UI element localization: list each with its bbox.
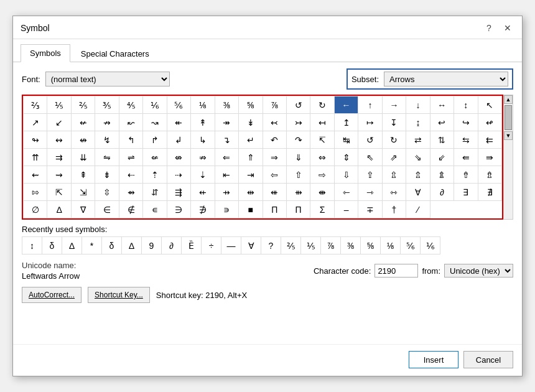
symbol-cell[interactable]: ∓	[358, 201, 382, 218]
symbol-cell[interactable]: ⇒	[263, 149, 287, 166]
tab-symbols[interactable]: Symbols	[21, 44, 70, 62]
symbol-cell[interactable]: ∃	[454, 184, 478, 201]
recent-cell[interactable]: ↕	[22, 237, 42, 254]
recent-cell[interactable]: ∀	[241, 237, 261, 254]
symbol-cell[interactable]: ∕	[406, 201, 430, 218]
symbol-cell[interactable]: ↲	[167, 131, 191, 149]
symbol-cell[interactable]: ⇠	[119, 166, 143, 184]
symbol-cell[interactable]: ↚	[72, 114, 95, 131]
symbol-cell[interactable]: ⇺	[263, 184, 287, 201]
symbol-cell[interactable]: ↜	[119, 114, 143, 131]
recent-cell[interactable]: δ	[102, 237, 122, 254]
symbol-cell[interactable]: Π	[287, 201, 310, 218]
symbol-cell[interactable]: ⅗	[95, 96, 119, 114]
recent-cell[interactable]: ⅛	[381, 237, 401, 254]
symbol-cell[interactable]: ↻	[383, 131, 406, 149]
symbol-cell[interactable]: ∌	[191, 201, 215, 218]
symbol-cell[interactable]: ⇵	[143, 184, 167, 201]
symbol-cell[interactable]: ⅛	[191, 96, 215, 114]
symbol-cell[interactable]: ↰	[119, 131, 143, 149]
tab-special-characters[interactable]: Special Characters	[72, 44, 159, 62]
symbol-cell[interactable]: ⇇	[478, 131, 502, 149]
symbol-cell[interactable]: ⇏	[191, 149, 215, 166]
symbol-cell[interactable]: ⇬	[406, 166, 430, 184]
symbol-cell[interactable]: ⇗	[383, 149, 406, 166]
symbol-cell[interactable]: ↟	[191, 114, 215, 131]
symbol-cell[interactable]: ↬	[24, 131, 47, 149]
symbol-cell[interactable]: ⇮	[454, 166, 478, 184]
shortcut-key-button[interactable]: Shortcut Key...	[88, 287, 150, 303]
symbol-cell[interactable]: ⇟	[95, 166, 119, 184]
symbol-cell[interactable]: –	[335, 201, 358, 218]
symbol-cell[interactable]: ↓	[406, 96, 430, 114]
recent-cell[interactable]: ∆	[122, 237, 142, 254]
symbol-cell[interactable]: ⇴	[119, 184, 143, 201]
symbol-cell[interactable]: ⇫	[383, 166, 406, 184]
symbol-cell[interactable]: ⇣	[191, 166, 215, 184]
symbol-cell[interactable]: ↑	[358, 96, 382, 114]
help-button[interactable]: ?	[482, 21, 496, 35]
symbol-cell[interactable]: ⇅	[430, 131, 454, 149]
symbol-cell[interactable]: ↱	[143, 131, 167, 149]
symbol-cell[interactable]: ↩	[430, 114, 454, 131]
symbol-cell[interactable]: ↞	[167, 114, 191, 131]
symbol-cell[interactable]: ↡	[239, 114, 263, 131]
symbol-cell[interactable]: ⅜	[215, 96, 239, 114]
recent-cell[interactable]: 9	[142, 237, 162, 254]
subset-select[interactable]: Arrows	[384, 72, 508, 86]
recent-cell[interactable]: ⅝	[361, 237, 381, 254]
recent-cell[interactable]: ⅙	[421, 237, 440, 254]
symbol-cell[interactable]: ↗	[24, 114, 47, 131]
symbol-cell[interactable]: ↙	[47, 114, 71, 131]
symbol-cell[interactable]: ⅘	[119, 96, 143, 114]
symbol-cell[interactable]: ⇻	[287, 184, 310, 201]
symbol-cell[interactable]: ⇆	[454, 131, 478, 149]
symbol-cell[interactable]: ⇍	[143, 149, 167, 166]
recent-cell[interactable]: ∆	[62, 237, 82, 254]
symbol-cell[interactable]: ⇎	[167, 149, 191, 166]
recent-cell[interactable]: ⅜	[341, 237, 361, 254]
symbol-cell[interactable]: ⇪	[358, 166, 382, 184]
symbol-cell[interactable]: ⇝	[47, 166, 71, 184]
symbol-cell[interactable]: ↺	[287, 96, 310, 114]
symbol-cell[interactable]: †	[383, 201, 406, 218]
symbol-cell[interactable]: ⅚	[167, 96, 191, 114]
symbol-cell[interactable]: ⇼	[310, 184, 334, 201]
symbol-cell[interactable]: ↻	[310, 96, 334, 114]
scroll-thumb[interactable]	[505, 105, 512, 130]
cancel-button[interactable]: Cancel	[463, 351, 513, 368]
autocorrect-button[interactable]: AutoCorrect...	[22, 287, 81, 303]
symbol-cell[interactable]: ⇩	[335, 166, 358, 184]
symbol-cell[interactable]: ↕	[454, 96, 478, 114]
symbol-cell[interactable]: ∉	[119, 201, 143, 218]
symbol-cell[interactable]: ↦	[358, 114, 382, 131]
symbol-cell[interactable]: ⇊	[72, 149, 95, 166]
symbol-cell[interactable]: ↧	[383, 114, 406, 131]
symbol-cell[interactable]: →	[383, 96, 406, 114]
recent-cell[interactable]: —	[221, 237, 241, 254]
symbol-cell[interactable]: ↫	[478, 114, 502, 131]
recent-cell[interactable]: ?	[261, 237, 281, 254]
symbol-cell[interactable]: ↷	[287, 131, 310, 149]
symbol-cell[interactable]: ↣	[287, 114, 310, 131]
symbol-cell[interactable]: ∍	[215, 201, 239, 218]
symbol-cell[interactable]: ⇷	[191, 184, 215, 201]
recent-cell[interactable]: ⅞	[321, 237, 341, 254]
recent-cell[interactable]: *	[82, 237, 102, 254]
close-button[interactable]: ✕	[501, 21, 514, 35]
symbol-cell[interactable]: ↮	[72, 131, 95, 149]
symbol-cell[interactable]: ⅝	[239, 96, 263, 114]
recent-cell[interactable]: Ȅ	[182, 237, 202, 254]
symbol-cell[interactable]: ∀	[406, 184, 430, 201]
symbol-cell[interactable]: ↵	[239, 131, 263, 149]
symbol-cell[interactable]: ⇌	[119, 149, 143, 166]
symbol-cell[interactable]: ↝	[143, 114, 167, 131]
symbol-cell[interactable]: ∊	[143, 201, 167, 218]
symbol-cell[interactable]: ⇳	[95, 184, 119, 201]
symbol-cell[interactable]: ⇕	[335, 149, 358, 166]
symbol-cell[interactable]: Σ	[310, 201, 334, 218]
symbol-cell[interactable]: ↺	[358, 131, 382, 149]
scrollbar[interactable]: ▲ ▼	[503, 95, 513, 220]
symbol-cell[interactable]: ⇱	[47, 184, 71, 201]
symbol-cell[interactable]: ⇘	[406, 149, 430, 166]
